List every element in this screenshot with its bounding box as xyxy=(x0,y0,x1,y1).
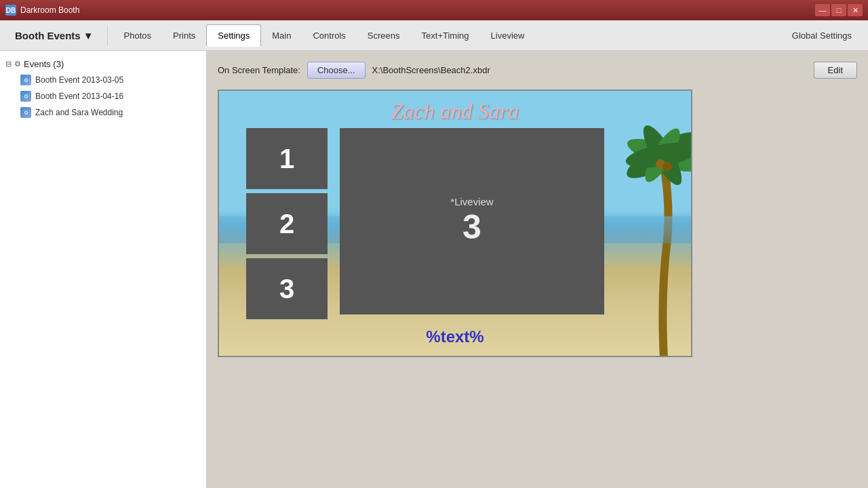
template-label: On Screen Template: xyxy=(218,65,300,75)
svg-point-7 xyxy=(663,162,672,171)
sidebar: ⊟ ⚙ Events (3) ⚙ Booth Event 2013-03-05 … xyxy=(0,51,207,488)
choose-template-button[interactable]: Choose... xyxy=(307,62,366,79)
menu-bar: Booth Events ▼ Photos Prints Settings Ma… xyxy=(0,20,868,51)
photo-number-2: 2 xyxy=(279,209,294,239)
liveview-box: *Liveview 3 xyxy=(340,128,604,314)
tab-liveview[interactable]: Liveview xyxy=(480,25,536,46)
event1-label: Booth Event 2013-03-05 xyxy=(35,75,123,85)
minimize-button[interactable]: — xyxy=(815,4,830,16)
collapse-icon: ⊟ xyxy=(5,60,12,68)
event-icon-3: ⚙ xyxy=(20,107,31,118)
photo-box-2: 2 xyxy=(246,193,328,254)
event-icon-2: ⚙ xyxy=(20,91,31,102)
tab-photos[interactable]: Photos xyxy=(113,25,162,46)
events-root[interactable]: ⊟ ⚙ Events (3) xyxy=(0,56,206,72)
sidebar-item-event1[interactable]: ⚙ Booth Event 2013-03-05 xyxy=(0,72,206,88)
liveview-label: *Liveview xyxy=(450,196,493,207)
photo-boxes: 1 2 3 xyxy=(246,128,328,319)
liveview-number: 3 xyxy=(462,207,481,247)
title-bar-controls: — □ ✕ xyxy=(815,4,863,16)
app-icon-label: DB xyxy=(6,7,16,14)
photo-box-1: 1 xyxy=(246,128,328,189)
events-root-label: Events (3) xyxy=(24,59,64,69)
photo-number-3: 3 xyxy=(279,274,294,304)
title-bar: DB Darkroom Booth — □ ✕ xyxy=(0,0,868,20)
tab-main[interactable]: Main xyxy=(261,25,302,46)
tab-text-timing[interactable]: Text+Timing xyxy=(411,25,480,46)
preview-canvas: Zach and Sara 1 2 3 *Liveview 3 xyxy=(218,89,692,357)
tab-controls[interactable]: Controls xyxy=(302,25,356,46)
event3-label: Zach and Sara Wedding xyxy=(35,108,123,117)
template-row: On Screen Template: Choose... X:\BoothSc… xyxy=(218,62,857,79)
main-content: ⊟ ⚙ Events (3) ⚙ Booth Event 2013-03-05 … xyxy=(0,51,868,488)
global-settings-button[interactable]: Global Settings xyxy=(783,26,861,45)
preview-title: Zach and Sara xyxy=(219,99,691,124)
right-panel: On Screen Template: Choose... X:\BoothSc… xyxy=(207,51,868,488)
title-bar-left: DB Darkroom Booth xyxy=(5,5,79,16)
edit-button[interactable]: Edit xyxy=(814,62,857,79)
event-icon-1: ⚙ xyxy=(20,75,31,85)
menu-separator xyxy=(107,25,108,45)
text-placeholder: %text% xyxy=(426,327,484,346)
close-button[interactable]: ✕ xyxy=(848,4,863,16)
preview-title-text: Zach and Sara xyxy=(391,99,519,123)
sidebar-item-event2[interactable]: ⚙ Booth Event 2013-04-16 xyxy=(0,88,206,104)
maximize-button[interactable]: □ xyxy=(831,4,846,16)
events-group-icon: ⚙ xyxy=(14,60,21,68)
tab-settings[interactable]: Settings xyxy=(206,24,261,47)
booth-events-dropdown[interactable]: Booth Events ▼ xyxy=(7,26,102,45)
chevron-down-icon: ▼ xyxy=(83,30,94,41)
photo-number-1: 1 xyxy=(279,144,294,174)
sidebar-item-event3[interactable]: ⚙ Zach and Sara Wedding xyxy=(0,104,206,121)
tab-screens[interactable]: Screens xyxy=(357,25,411,46)
preview-text-placeholder: %text% xyxy=(219,327,691,346)
tab-prints[interactable]: Prints xyxy=(162,25,206,46)
booth-events-label: Booth Events xyxy=(15,30,81,41)
app-icon: DB xyxy=(5,5,16,16)
template-path: X:\BoothScreens\Beach2.xbdr xyxy=(372,65,807,75)
photo-box-3: 3 xyxy=(246,258,328,319)
app-title: Darkroom Booth xyxy=(20,5,79,15)
event2-label: Booth Event 2013-04-16 xyxy=(35,92,123,101)
